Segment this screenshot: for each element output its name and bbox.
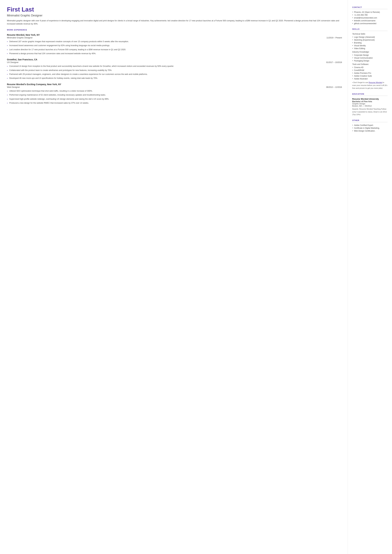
other-list: Adobe Certified Expert. Certificate in D…	[352, 124, 388, 132]
bullet-2-2: Collaborated with the product team to cr…	[7, 69, 342, 72]
skill-coreldraw: CorelDRAW	[352, 69, 388, 71]
other-header: OTHER	[352, 119, 388, 122]
industry-knowledge-label: Industry Knowledge:	[352, 51, 388, 53]
bullet-2-1: Conceived UI design from inception to th…	[7, 65, 342, 68]
skill-sketching: Sketching (Experienced)	[352, 39, 388, 41]
job-role-1: Minimalist Graphic Designer	[7, 36, 33, 39]
skill-logo-design: Logo Design (Advanced)	[352, 36, 388, 38]
edu-awards: Awards: Resume Worded Teaching Fellow (o…	[352, 108, 388, 116]
technical-skills-list: Logo Design (Advanced) Sketching (Experi…	[352, 36, 388, 49]
job-block-1: Resume Worded, New York, NY Minimalist G…	[7, 34, 342, 55]
job-block-3: Resume Worded's Exciting Company, New Yo…	[7, 83, 342, 105]
skills-header: SKILLS	[352, 28, 388, 31]
tools-label: Tools and Software:	[352, 63, 388, 65]
bullet-3-4: Produced a new design for the website RW…	[7, 102, 342, 105]
bullet-3-3: Supervised high-profile website redesign…	[7, 98, 342, 101]
contact-item-phone: +1-234-456-789	[352, 14, 388, 16]
job-meta-3: Web Designer 06/2012 – 12/2016	[7, 86, 342, 88]
skill-adobe-creative-suite: Adobe Creative Suite	[352, 75, 388, 77]
skill-adobe-illustrator: Adobe Illustrator	[352, 78, 388, 80]
skill-cinema4d: Cinema 4D	[352, 66, 388, 69]
contact-item-linkedin: linkedin.com/in/username	[352, 20, 388, 22]
job-dates-2: 01/2017 – 10/2019	[326, 61, 342, 63]
skill-visual-communication: Visual Communication	[352, 57, 388, 59]
education-section: EDUCATION Resume Worded University Bache…	[352, 93, 388, 116]
job-company-1: Resume Worded, New York, NY	[7, 34, 342, 36]
job-meta-2: UX Designer 01/2017 – 10/2019	[7, 61, 342, 63]
contact-section: CONTACT Phoenix, AZ (Open to Remote) +1-…	[352, 6, 388, 25]
edu-location: Boston, MA — 05/2012	[352, 105, 388, 107]
contact-item-email: email@resumeworded.com	[352, 17, 388, 19]
skill-adobe-premiere: Adobe Premiere Pro	[352, 72, 388, 74]
job-role-2: UX Designer	[7, 61, 19, 63]
skill-branding: Branding	[352, 42, 388, 44]
contact-item-location: Phoenix, AZ (Open to Remote)	[352, 11, 388, 13]
contact-list: Phoenix, AZ (Open to Remote) +1-234-456-…	[352, 11, 388, 25]
bullet-2-3: Partnered with 29 product managers, engi…	[7, 73, 342, 76]
main-column: First Last Minimalist Graphic Designer M…	[0, 0, 348, 554]
job-bullets-3: Utilized SEO optimization technique that…	[7, 90, 342, 105]
candidate-summary: Minimalist graphic designer with over 9 …	[7, 19, 342, 25]
other-item-3: Web Design Certification.	[352, 130, 388, 132]
edu-degree: Bachelor of Fine Arts	[352, 100, 388, 103]
bullet-1-3: Led creative direction for 17 new produc…	[7, 48, 342, 51]
candidate-name: First Last	[7, 6, 342, 13]
bullet-1-2: Increased brand awareness and customer e…	[7, 44, 342, 47]
skill-video-editing: Video Editing	[352, 47, 388, 49]
skill-packaging-design: Packaging Design	[352, 60, 388, 62]
work-experience-section: WORK EXPERIENCE Resume Worded, New York,…	[7, 29, 342, 105]
promo-text: • Don't forget to use Resume Worded to s…	[352, 81, 388, 90]
job-bullets-1: Delivered 187 vector graphic images that…	[7, 40, 342, 55]
other-item-2: Certificate in Digital Marketing.	[352, 127, 388, 129]
job-role-3: Web Designer	[7, 86, 20, 88]
education-header: EDUCATION	[352, 93, 388, 96]
bullet-1-1: Delivered 187 vector graphic images that…	[7, 40, 342, 43]
bullet-3-1: Utilized SEO optimization technique that…	[7, 90, 342, 92]
candidate-title: Minimalist Graphic Designer	[7, 14, 342, 17]
bullet-2-4: Developed 46 new mock-ups and UI specifi…	[7, 77, 342, 80]
job-meta-1: Minimalist Graphic Designer 11/2019 – Pr…	[7, 36, 342, 39]
job-company-2: Growthsi, San Francisco, CA	[7, 58, 342, 61]
resume-worded-link[interactable]: Resume Worded	[369, 82, 382, 83]
contact-header: CONTACT	[352, 6, 388, 9]
edu-field: Graphic Design	[352, 103, 388, 105]
contact-item-github: github.com/resumeworded	[352, 22, 388, 25]
other-item-1: Adobe Certified Expert.	[352, 124, 388, 126]
technical-skills-label: Technical Skills:	[352, 33, 388, 35]
work-experience-header: WORK EXPERIENCE	[7, 29, 342, 31]
bullet-1-4: Pioneered a design process that had 10X …	[7, 52, 342, 55]
skills-section: SKILLS Technical Skills: Logo Design (Ad…	[352, 28, 388, 90]
other-section: OTHER Adobe Certified Expert. Certificat…	[352, 119, 388, 132]
skill-corporate-design: Corporate Design	[352, 54, 388, 56]
bullet-3-2: Performed ongoing maintenance of 52 clie…	[7, 93, 342, 97]
job-company-3: Resume Worded's Exciting Company, New Yo…	[7, 83, 342, 86]
industry-skills-list: Corporate Design Visual Communication Pa…	[352, 54, 388, 62]
skill-visual-identity: Visual Identity	[352, 44, 388, 47]
job-block-2: Growthsi, San Francisco, CA UX Designer …	[7, 58, 342, 80]
job-bullets-2: Conceived UI design from inception to th…	[7, 65, 342, 80]
tools-list: Cinema 4D CorelDRAW Adobe Premiere Pro A…	[352, 66, 388, 80]
header: First Last Minimalist Graphic Designer M…	[7, 6, 342, 25]
job-dates-3: 06/2012 – 12/2016	[326, 86, 342, 88]
edu-school: Resume Worded University	[352, 98, 388, 100]
job-dates-1: 11/2019 – Present	[327, 37, 342, 39]
sidebar-column: CONTACT Phoenix, AZ (Open to Remote) +1-…	[348, 0, 392, 554]
